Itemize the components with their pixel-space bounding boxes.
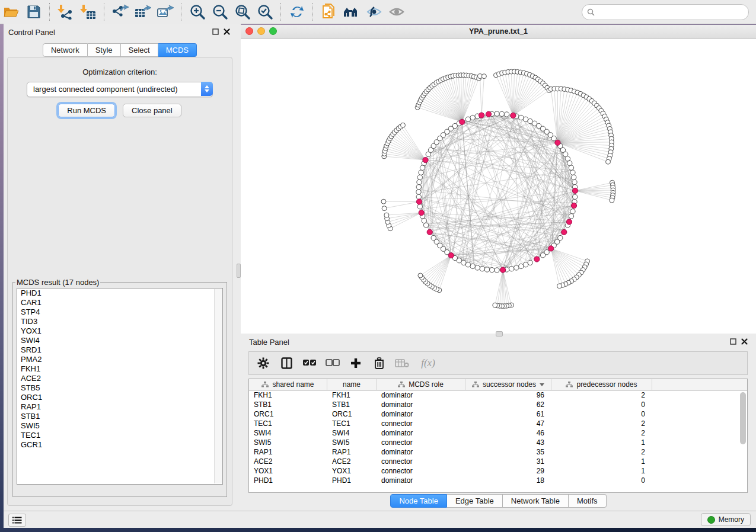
mcds-result-item[interactable]: STP4 (17, 307, 222, 317)
table-row[interactable]: SWI5SWI5connector431 (249, 438, 747, 447)
export-document-share-icon[interactable] (319, 2, 339, 21)
column-header-name[interactable]: name (327, 379, 377, 390)
table-row[interactable]: SWI4SWI4dominator462 (249, 428, 747, 438)
mcds-result-item[interactable]: SWI4 (17, 336, 222, 345)
cell-predecessor-nodes: 1 (551, 457, 652, 466)
memory-button[interactable]: Memory (701, 513, 751, 526)
close-panel-button[interactable]: Close panel (123, 104, 181, 117)
zoom-fit-icon[interactable] (232, 2, 253, 21)
mcds-result-item[interactable]: STB1 (17, 412, 222, 421)
table-panel-title: Table Panel (249, 338, 289, 347)
maximize-window-button[interactable] (269, 27, 277, 35)
close-table-panel-icon[interactable] (741, 338, 748, 345)
open-folder-icon[interactable] (1, 2, 21, 21)
network-graph[interactable] (241, 39, 756, 334)
cell-name: STB1 (327, 400, 377, 409)
column-header-MCDS-role[interactable]: MCDS role (377, 379, 465, 390)
mcds-result-item[interactable]: RAP1 (17, 402, 222, 412)
mcds-result-item[interactable]: ORC1 (17, 393, 222, 402)
deselect-all-icon[interactable] (326, 355, 340, 371)
network-canvas[interactable] (241, 39, 756, 334)
table-row[interactable]: ACE2ACE2connector311 (249, 457, 747, 466)
mcds-result-item[interactable]: CAR1 (17, 298, 222, 307)
delete-table-icon[interactable] (395, 355, 409, 371)
mcds-result-item[interactable]: TEC1 (17, 431, 222, 440)
zoom-selected-icon[interactable] (255, 2, 275, 21)
table-row[interactable]: STB1STB1dominator620 (249, 400, 747, 409)
export-network-icon[interactable] (110, 2, 130, 21)
import-network-icon[interactable] (56, 2, 76, 21)
search-input[interactable] (595, 7, 748, 18)
table-row[interactable]: TEC1TEC1connector472 (249, 419, 747, 428)
run-mcds-button[interactable]: Run MCDS (58, 104, 115, 117)
close-window-button[interactable] (245, 27, 253, 35)
splitter-handle[interactable] (237, 264, 241, 278)
table-panel-header: Table Panel (241, 334, 756, 350)
tab-style[interactable]: Style (88, 43, 121, 57)
search-box[interactable] (582, 4, 749, 20)
column-header-predecessor-nodes[interactable]: predecessor nodes (551, 379, 652, 390)
zoom-in-icon[interactable] (187, 2, 208, 21)
criterion-select[interactable]: largest connected component (undirected) (27, 82, 213, 97)
tab-network-table[interactable]: Network Table (503, 494, 569, 508)
zoom-out-icon[interactable] (210, 2, 230, 21)
tab-edge-table[interactable]: Edge Table (447, 494, 503, 508)
close-panel-icon[interactable] (224, 28, 230, 35)
column-header-shared-name[interactable]: shared name (249, 379, 327, 390)
mcds-result-item[interactable]: TID3 (17, 317, 222, 326)
delete-row-trash-icon[interactable] (372, 355, 386, 371)
refresh-icon[interactable] (287, 2, 307, 21)
mcds-result-item[interactable]: SWI5 (17, 421, 222, 431)
mcds-result-item[interactable]: SRD1 (17, 345, 222, 355)
search-network-icon[interactable] (342, 2, 362, 21)
add-row-icon[interactable] (349, 355, 363, 371)
export-table-icon[interactable] (133, 2, 153, 21)
minimize-window-button[interactable] (257, 27, 265, 35)
save-icon[interactable] (24, 2, 44, 21)
tab-network[interactable]: Network (43, 43, 88, 57)
settings-gear-icon[interactable] (256, 355, 270, 371)
cell-shared-name: RAP1 (249, 447, 327, 457)
task-history-button[interactable] (8, 514, 26, 527)
tab-node-table[interactable]: Node Table (390, 494, 447, 508)
show-all-eye-icon[interactable] (387, 2, 407, 21)
mcds-result-item[interactable]: PHD1 (17, 289, 222, 298)
mcds-result-item[interactable]: FKH1 (17, 364, 222, 374)
cell-name: SWI4 (327, 428, 377, 438)
column-header-successor-nodes[interactable]: successor nodes (465, 379, 551, 390)
tab-select[interactable]: Select (121, 43, 158, 57)
float-panel-icon[interactable] (212, 28, 219, 35)
export-image-icon[interactable] (155, 2, 176, 21)
mcds-result-item[interactable]: GCR1 (17, 440, 222, 450)
mcds-result-item[interactable]: ACE2 (17, 374, 222, 383)
network-window: YPA_prune.txt_1 (241, 25, 756, 334)
cell-name: YOX1 (327, 466, 377, 476)
table-row[interactable]: FKH1FKH1dominator962 (249, 390, 747, 400)
mcds-result-item[interactable]: PMA2 (17, 355, 222, 364)
column-type-icon (398, 382, 405, 387)
show-columns-icon[interactable] (279, 355, 294, 371)
import-table-icon[interactable] (78, 2, 98, 21)
mcds-result-item[interactable]: YOX1 (17, 326, 222, 336)
table-scrollbar[interactable] (740, 392, 746, 444)
mcds-tab-content: Optimization criterion: largest connecte… (7, 57, 232, 506)
cell-name: FKH1 (327, 390, 377, 400)
tab-motifs[interactable]: Motifs (569, 494, 607, 508)
select-all-icon[interactable] (302, 355, 317, 371)
apply-function-icon[interactable]: f(x) (418, 355, 438, 371)
result-list-scrollbar[interactable] (214, 289, 222, 483)
mcds-result-item[interactable]: STB5 (17, 383, 222, 393)
cell-predecessor-nodes: 1 (551, 438, 652, 447)
network-titlebar[interactable]: YPA_prune.txt_1 (241, 25, 756, 39)
mcds-result-list[interactable]: PHD1CAR1STP4TID3YOX1SWI4SRD1PMA2FKH1ACE2… (17, 288, 223, 485)
table-row[interactable]: ORC1ORC1dominator610 (249, 409, 747, 419)
hide-selected-eye-icon[interactable] (364, 2, 384, 21)
tab-mcds[interactable]: MCDS (158, 43, 197, 57)
cell-predecessor-nodes: 2 (551, 419, 652, 428)
node-table[interactable]: shared namenameMCDS rolesuccessor nodesp… (248, 379, 748, 493)
table-row[interactable]: YOX1YOX1connector291 (249, 466, 747, 476)
table-row[interactable]: RAP1RAP1dominator352 (249, 447, 747, 457)
cell-shared-name: ORC1 (249, 409, 327, 419)
table-row[interactable]: PHD1PHD1dominator180 (249, 476, 747, 485)
float-table-panel-icon[interactable] (730, 338, 736, 345)
